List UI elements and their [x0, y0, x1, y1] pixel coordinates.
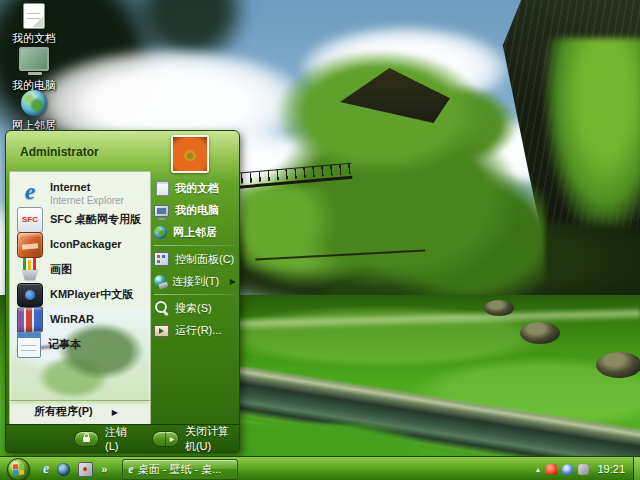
item-label: 画图	[50, 264, 72, 275]
startmenu-item-run[interactable]: 运行(R)...	[154, 320, 236, 340]
clock[interactable]: 19:21	[597, 463, 625, 475]
desktop-icon-label: 我的文档	[6, 31, 62, 46]
hidden-icons-arrow[interactable]: ▲	[535, 466, 542, 473]
item-label: SFC 桌酷网专用版	[50, 214, 141, 225]
show-desktop-strip[interactable]	[633, 457, 640, 480]
my-computer-icon	[154, 205, 169, 217]
item-label: 连接到(T)	[172, 274, 219, 289]
system-tray: ▲ 19:21	[535, 463, 629, 475]
control-panel-icon	[154, 252, 169, 266]
tray-app-icon-red[interactable]	[546, 464, 557, 475]
item-label: 我的文档	[175, 181, 219, 196]
startmenu-item-notepad[interactable]: 记事本	[10, 332, 150, 357]
item-label: 记事本	[48, 339, 81, 350]
all-programs-button[interactable]: 所有程序(P) ▶	[10, 400, 150, 422]
shutdown-button-left	[153, 432, 166, 446]
start-menu: Administrator e Internet Internet Explor…	[5, 130, 240, 453]
notepad-icon	[17, 332, 41, 358]
network-places-icon	[21, 90, 47, 116]
startmenu-item-search[interactable]: 搜索(S)	[154, 298, 236, 318]
logoff-button[interactable]	[74, 431, 99, 447]
start-button[interactable]	[7, 458, 30, 480]
search-icon	[154, 301, 169, 316]
my-documents-icon	[156, 181, 169, 196]
wallpaper-rock	[596, 352, 640, 378]
startmenu-item-network-places[interactable]: 网上邻居	[154, 222, 236, 242]
startmenu-item-kmplayer[interactable]: KMPlayer中文版	[10, 282, 150, 307]
system-places-panel: 我的文档 我的电脑 网上邻居 控制面板(C) 连接到(T) ▶ 搜索(S) 运行…	[154, 176, 236, 342]
startmenu-item-control-panel[interactable]: 控制面板(C)	[154, 249, 236, 269]
quicklaunch-overflow-chevron[interactable]: »	[101, 463, 107, 475]
taskbar: e » e 桌面 - 壁纸 - 桌... ▲ 19:21	[0, 456, 640, 480]
item-label: 搜索(S)	[175, 301, 212, 316]
internet-explorer-icon: e	[17, 178, 43, 204]
quicklaunch-globe-icon[interactable]	[57, 463, 70, 476]
shutdown-button[interactable]: ▶	[152, 431, 179, 447]
item-label: 我的电脑	[175, 203, 219, 218]
winrar-icon	[17, 306, 43, 333]
submenu-arrow-icon: ▶	[230, 277, 236, 286]
item-sublabel: Internet Explorer	[50, 196, 124, 206]
desktop-icon-network-places[interactable]: 网上邻居	[6, 90, 62, 133]
quicklaunch-package-icon[interactable]	[78, 462, 93, 477]
item-label: Internet	[50, 181, 90, 193]
tray-app-icon-blue[interactable]	[562, 464, 573, 475]
network-places-icon	[154, 226, 167, 239]
startmenu-item-my-documents[interactable]: 我的文档	[154, 178, 236, 198]
kmplayer-icon	[17, 283, 43, 307]
flower-photo-icon	[173, 137, 207, 171]
sfc-zhuoku-icon: SFC	[17, 207, 43, 233]
startmenu-item-connect-to[interactable]: 连接到(T) ▶	[154, 271, 236, 291]
user-name: Administrator	[20, 145, 99, 159]
sfc-letters: SFC	[22, 215, 38, 224]
wallpaper-rock	[484, 300, 514, 316]
shutdown-arrow-icon: ▶	[166, 435, 178, 442]
taskbar-task-button[interactable]: e 桌面 - 壁纸 - 桌...	[122, 459, 238, 480]
shutdown-label: 关闭计算机(U)	[185, 424, 239, 454]
windows-flag-icon	[13, 463, 24, 474]
menu-separator	[154, 294, 236, 295]
paint-icon	[17, 257, 43, 283]
startmenu-item-sfc[interactable]: SFC SFC 桌酷网专用版	[10, 207, 150, 232]
startmenu-item-internet[interactable]: e Internet Internet Explorer	[10, 175, 150, 207]
tray-volume-icon[interactable]	[578, 464, 589, 475]
item-label: IconPackager	[50, 239, 122, 250]
my-documents-icon	[23, 3, 45, 29]
logoff-label: 注销(L)	[105, 425, 132, 452]
item-label: 控制面板(C)	[175, 252, 234, 267]
my-computer-icon	[19, 47, 49, 71]
pinned-programs-panel: e Internet Internet Explorer SFC SFC 桌酷网…	[9, 171, 151, 425]
lock-icon	[83, 437, 90, 442]
startmenu-footer: 注销(L) ▶ 关闭计算机(U)	[6, 424, 239, 452]
startmenu-item-iconpackager[interactable]: IconPackager	[10, 232, 150, 257]
item-label: WinRAR	[50, 314, 94, 325]
item-label: 网上邻居	[173, 225, 217, 240]
all-programs-arrow-icon: ▶	[112, 408, 118, 417]
startmenu-item-winrar[interactable]: WinRAR	[10, 307, 150, 332]
menu-separator	[154, 245, 236, 246]
run-icon	[154, 325, 169, 337]
iconpackager-icon	[17, 232, 43, 258]
desktop-icon-my-documents[interactable]: 我的文档	[6, 3, 62, 46]
ie-letter: e	[25, 178, 36, 205]
desktop-icon-my-computer[interactable]: 我的电脑	[6, 47, 62, 93]
startmenu-item-paint[interactable]: 画图	[10, 257, 150, 282]
user-picture[interactable]	[171, 135, 209, 173]
startmenu-item-my-computer[interactable]: 我的电脑	[154, 200, 236, 220]
connect-to-icon	[154, 275, 166, 287]
item-label: KMPlayer中文版	[50, 289, 133, 300]
all-programs-label: 所有程序(P)	[34, 405, 93, 417]
internet-explorer-icon: e	[128, 462, 133, 477]
wallpaper-rock	[520, 322, 560, 344]
quick-launch-bar: e »	[43, 461, 107, 477]
task-label: 桌面 - 壁纸 - 桌...	[138, 462, 222, 477]
wallpaper-cliff-moss	[545, 38, 640, 233]
item-label: 运行(R)...	[175, 323, 221, 338]
quicklaunch-internet-explorer-icon[interactable]: e	[43, 461, 49, 477]
